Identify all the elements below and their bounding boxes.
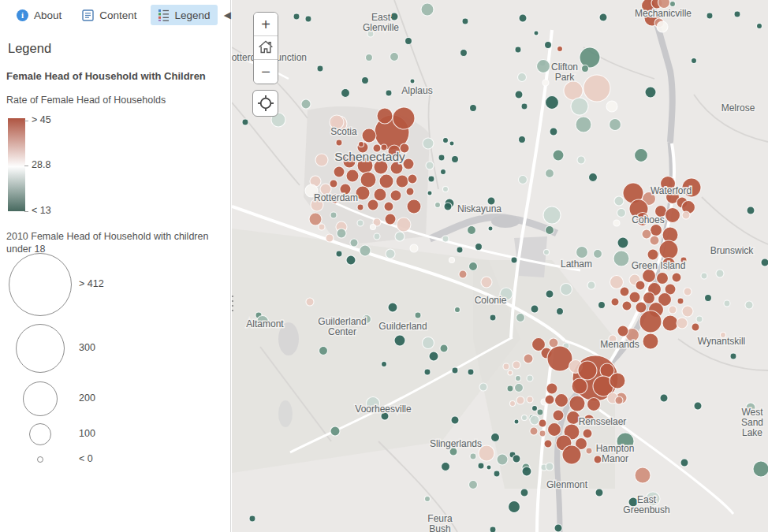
map-bubble[interactable] (532, 406, 538, 411)
map-bubble[interactable] (617, 237, 628, 248)
map-bubble[interactable] (449, 258, 455, 263)
collapse-panel-icon[interactable]: ◀ (224, 9, 231, 20)
panel-resize-handle[interactable] (230, 289, 235, 318)
home-button[interactable] (254, 36, 278, 60)
map-bubble[interactable] (357, 220, 363, 226)
map-bubble[interactable] (513, 455, 520, 463)
map-bubble[interactable] (452, 156, 459, 163)
map-bubble[interactable] (336, 251, 342, 257)
map-bubble[interactable] (388, 303, 397, 312)
map-bubble[interactable] (643, 270, 656, 283)
map-bubble[interactable] (534, 31, 539, 35)
map-bubble[interactable] (613, 220, 620, 226)
map-bubble[interactable] (326, 234, 334, 242)
map-bubble[interactable] (527, 375, 533, 381)
map-bubble[interactable] (665, 208, 680, 223)
map-bubble[interactable] (510, 401, 516, 407)
map-bubble[interactable] (242, 119, 248, 125)
map-bubble[interactable] (546, 169, 554, 178)
map-bubble[interactable] (669, 306, 677, 314)
map-bubble[interactable] (595, 489, 603, 497)
map-bubble[interactable] (643, 292, 655, 304)
map-bubble[interactable] (620, 287, 629, 296)
map-bubble[interactable] (583, 75, 610, 102)
map-bubble[interactable] (594, 456, 602, 463)
map-bubble[interactable] (457, 247, 463, 253)
map-bubble[interactable] (672, 273, 681, 282)
map-bubble[interactable] (520, 489, 528, 497)
map-bubble[interactable] (537, 60, 550, 73)
map-bubble[interactable] (682, 211, 690, 219)
map-bubble[interactable] (519, 176, 528, 184)
map-bubble[interactable] (366, 54, 373, 61)
map-bubble[interactable] (576, 117, 591, 132)
map-bubble[interactable] (694, 402, 702, 410)
map-bubble[interactable] (301, 99, 311, 109)
map-bubble[interactable] (692, 58, 697, 64)
map-bubble[interactable] (357, 204, 363, 210)
map-bubble[interactable] (515, 47, 521, 53)
map-bubble[interactable] (548, 423, 561, 437)
map-bubble[interactable] (701, 273, 707, 279)
map-bubble[interactable] (586, 448, 592, 454)
map-bubble[interactable] (362, 128, 376, 143)
map-bubble[interactable] (435, 203, 441, 208)
map-bubble[interactable] (643, 333, 658, 349)
map-bubble[interactable] (515, 91, 523, 99)
map-bubble[interactable] (346, 169, 359, 182)
locate-button[interactable] (252, 90, 278, 117)
map-bubble[interactable] (571, 98, 588, 115)
map-bubble[interactable] (705, 295, 712, 302)
map-bubble[interactable] (527, 396, 533, 403)
map-bubble[interactable] (606, 101, 617, 112)
map-bubble[interactable] (660, 394, 668, 402)
map-bubble[interactable] (407, 199, 421, 214)
map-bubble[interactable] (615, 396, 623, 404)
map-bubble[interactable] (562, 445, 581, 464)
map-bubble[interactable] (468, 226, 476, 235)
map-bubble[interactable] (659, 240, 678, 259)
map-bubble[interactable] (745, 301, 753, 309)
map-bubble[interactable] (346, 255, 356, 265)
map-bubble[interactable] (524, 354, 533, 363)
map-bubble[interactable] (542, 80, 549, 86)
map-bubble[interactable] (410, 244, 418, 252)
map-bubble[interactable] (635, 149, 648, 162)
map-bubble[interactable] (494, 471, 500, 477)
map-bubble[interactable] (650, 236, 659, 245)
map-bubble[interactable] (610, 373, 625, 389)
map-bubble[interactable] (423, 337, 434, 349)
map-bubble[interactable] (306, 298, 314, 306)
map-bubble[interactable] (543, 206, 561, 224)
map-bubble[interactable] (359, 142, 364, 147)
map-bubble[interactable] (557, 47, 563, 52)
map-bubble[interactable] (317, 65, 323, 72)
map-bubble[interactable] (452, 367, 458, 374)
map-bubble[interactable] (587, 281, 595, 289)
map-bubble[interactable] (491, 433, 500, 442)
map-bubble[interactable] (468, 369, 474, 375)
map-bubble[interactable] (384, 202, 393, 211)
map-bubble[interactable] (578, 361, 597, 380)
map-bubble[interactable] (613, 251, 629, 266)
map-bubble[interactable] (583, 429, 592, 438)
map-bubble[interactable] (423, 138, 434, 149)
map-bubble[interactable] (545, 42, 552, 49)
map-bubble[interactable] (513, 361, 520, 369)
map-bubble[interactable] (564, 81, 583, 100)
map-bubble[interactable] (367, 199, 378, 210)
map-bubble[interactable] (716, 270, 724, 277)
map-bubble[interactable] (635, 467, 651, 483)
map-bubble[interactable] (305, 16, 311, 22)
map-bubble[interactable] (546, 96, 559, 110)
map-bubble[interactable] (442, 236, 449, 242)
map-bubble[interactable] (589, 173, 598, 182)
map-bubble[interactable] (469, 262, 478, 271)
tab-content[interactable]: Content (75, 6, 144, 25)
map-bubble[interactable] (598, 302, 606, 309)
map-bubble[interactable] (522, 415, 528, 421)
map-bubble[interactable] (449, 141, 454, 146)
map-bubble[interactable] (546, 290, 554, 298)
map-bubble[interactable] (647, 249, 658, 260)
map-bubble[interactable] (386, 249, 395, 259)
